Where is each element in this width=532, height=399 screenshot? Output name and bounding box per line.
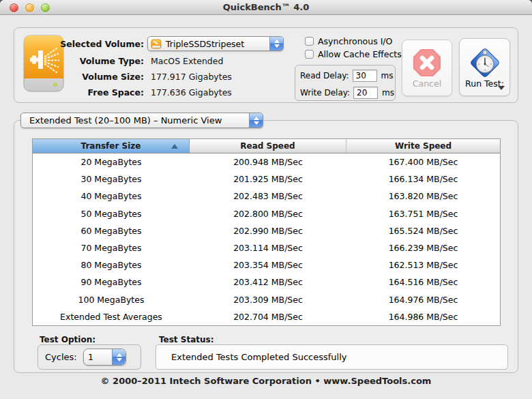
cycles-label: Cycles: [45,352,77,362]
read-delay-unit: ms [381,71,394,80]
results-table-body: 20 MegaBytes200.948 MB/Sec167.400 MB/Sec… [33,153,500,325]
run-test-menu-arrow-icon [498,86,505,90]
results-table: Transfer Size Read Speed Write Speed 20 … [32,138,501,326]
table-cell: 203.354 MB/Sec [190,260,346,270]
table-cell: 203.309 MB/Sec [190,295,346,305]
footer-text: © 2000–2011 Intech Software Corporation … [0,376,532,386]
table-row[interactable]: 100 MegaBytes203.309 MB/Sec164.976 MB/Se… [33,291,500,308]
table-cell: 163.751 MB/Sec [346,209,500,219]
quickbench-window: QuickBench™ 4.0 [0,0,532,399]
table-row[interactable]: 20 MegaBytes200.948 MB/Sec167.400 MB/Sec [33,153,500,171]
read-delay-input[interactable] [353,70,377,82]
cancel-label: Cancel [402,78,452,89]
async-io-label: Asynchronous I/O [318,36,392,46]
table-cell: 70 MegaBytes [33,243,190,253]
table-cell: 164.976 MB/Sec [346,295,500,305]
cache-effects-row: Allow Cache Effects [305,49,402,59]
volume-select-stepper-icon [269,37,283,50]
write-delay-label: Write Delay: [300,88,350,98]
volume-type-value: MacOS Extended [151,56,223,66]
volume-size-value: 177.917 Gigabytes [151,72,232,82]
table-cell: 164.516 MB/Sec [346,277,500,287]
async-io-checkbox[interactable] [305,37,314,46]
results-table-header: Transfer Size Read Speed Write Speed [33,139,500,153]
test-option-label: Test Option: [40,335,95,344]
column-header-read-speed[interactable]: Read Speed [190,139,346,153]
table-cell: 203.412 MB/Sec [190,277,346,287]
table-row[interactable]: 60 MegaBytes202.990 MB/Sec165.524 MB/Sec [33,222,500,239]
table-row[interactable]: 70 MegaBytes203.114 MB/Sec166.239 MB/Sec [33,239,500,256]
table-row[interactable]: 80 MegaBytes203.354 MB/Sec162.513 MB/Sec [33,256,500,274]
table-row[interactable]: 30 MegaBytes201.925 MB/Sec166.134 MB/Sec [33,171,500,188]
free-space-label: Free Space: [55,87,144,98]
window-title: QuickBench™ 4.0 [0,2,532,12]
test-type-stepper-icon [249,113,263,128]
stop-octagon-icon [412,48,442,80]
selected-volume-label: Selected Volume: [55,39,144,49]
test-status-box: Extended Tests Completed Successfully [156,344,508,370]
volume-select-value: TripleSSDStripeset [162,39,269,49]
table-cell: 202.483 MB/Sec [190,191,346,201]
table-cell: 201.925 MB/Sec [190,174,346,184]
table-cell: 166.239 MB/Sec [346,243,500,253]
test-status-value: Extended Tests Completed Successfully [171,352,346,362]
table-cell: 20 MegaBytes [33,157,190,167]
table-cell: 202.990 MB/Sec [190,226,346,236]
table-cell: Extended Test Averages [33,312,190,322]
volume-panel: Selected Volume: TripleSSDStripeset Volu… [14,27,518,103]
cancel-button[interactable]: Cancel [402,40,452,96]
test-type-select[interactable]: Extended Test (20–100 MB) – Numeric View [20,113,263,128]
table-cell: 40 MegaBytes [33,191,190,201]
table-cell: 200.948 MB/Sec [190,157,346,167]
volume-type-label: Volume Type: [55,56,144,66]
cycles-select[interactable]: 1 [83,349,126,366]
volume-size-label: Volume Size: [55,72,144,82]
cache-effects-checkbox[interactable] [305,50,314,59]
table-cell: 90 MegaBytes [33,277,190,287]
table-cell: 166.134 MB/Sec [346,174,500,184]
cycles-stepper-icon [112,349,125,365]
table-cell: 100 MegaBytes [33,295,190,305]
column-header-write-speed[interactable]: Write Speed [346,139,500,153]
table-cell: 80 MegaBytes [33,260,190,270]
sort-ascending-icon [171,144,178,149]
test-status-label: Test Status: [159,335,213,344]
table-cell: 164.986 MB/Sec [346,312,500,322]
table-cell: 60 MegaBytes [33,226,190,236]
async-io-row: Asynchronous I/O [305,36,392,46]
table-cell: 167.400 MB/Sec [346,157,500,167]
run-test-button[interactable]: Run Test: [459,38,510,96]
test-type-value: Extended Test (20–100 MB) – Numeric View [21,115,249,125]
mini-drive-icon [151,39,162,49]
table-cell: 165.524 MB/Sec [346,226,500,236]
table-row[interactable]: 90 MegaBytes203.412 MB/Sec164.516 MB/Sec [33,274,500,291]
table-cell: 202.800 MB/Sec [190,209,346,219]
cache-effects-label: Allow Cache Effects [318,49,402,59]
read-delay-label: Read Delay: [300,71,349,80]
table-cell: 163.820 MB/Sec [346,191,500,201]
table-cell: 202.704 MB/Sec [190,312,346,322]
column-header-transfer-size[interactable]: Transfer Size [33,139,190,153]
volume-select[interactable]: TripleSSDStripeset [147,36,284,51]
write-delay-unit: ms [382,88,394,98]
table-row[interactable]: 50 MegaBytes202.800 MB/Sec163.751 MB/Sec [33,205,500,222]
title-bar[interactable]: QuickBench™ 4.0 [0,0,532,15]
stopwatch-icon [469,46,501,82]
table-cell: 50 MegaBytes [33,209,190,219]
write-delay-input[interactable] [353,87,378,99]
delay-box: Read Delay: ms Write Delay: ms [295,65,396,101]
test-option-box: Cycles: 1 [38,344,141,370]
table-cell: 30 MegaBytes [33,174,190,184]
free-space-value: 177.636 Gigabytes [151,87,232,98]
cycles-value: 1 [84,352,112,362]
table-row[interactable]: 40 MegaBytes202.483 MB/Sec163.820 MB/Sec [33,188,500,205]
table-cell: 162.513 MB/Sec [346,260,500,270]
table-row[interactable]: Extended Test Averages202.704 MB/Sec164.… [33,308,500,325]
table-cell: 203.114 MB/Sec [190,243,346,253]
